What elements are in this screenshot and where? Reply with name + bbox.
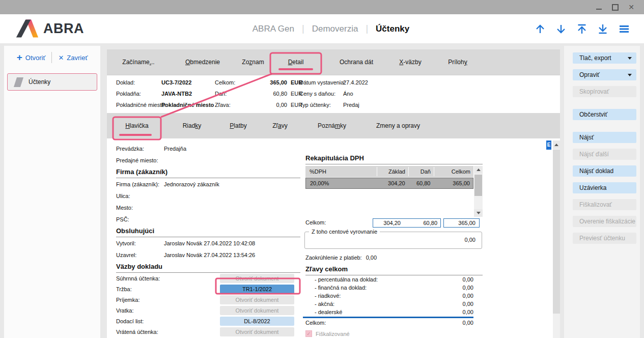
toolbar-divider bbox=[51, 52, 52, 63]
form-left: Prevádzka:PredajňaPredajné miesto:Firma … bbox=[116, 138, 300, 337]
section-title-zlavy-celkom: Zľavy celkom bbox=[305, 265, 483, 275]
main-tab-x-vazby[interactable]: X-väzby bbox=[399, 49, 421, 75]
dph-row-selected[interactable]: 20,00%304,2060,80365,00 bbox=[305, 178, 473, 189]
dph-total-label: Celkom: bbox=[305, 219, 326, 226]
section-title-vazby-dokladu: Väzby dokladu bbox=[116, 262, 300, 273]
discount-value: 0,00 bbox=[463, 285, 473, 291]
arrow-top-icon[interactable] bbox=[576, 23, 588, 35]
arrow-up-icon[interactable] bbox=[534, 23, 546, 35]
dph-scrollbar-thumb[interactable] bbox=[474, 175, 482, 196]
form-scrollbar-thumb[interactable] bbox=[553, 150, 560, 314]
close-button[interactable]: ✕ Zavrieť bbox=[58, 54, 88, 62]
arrow-bottom-icon[interactable] bbox=[597, 23, 609, 35]
vazba-row: Súhrnná účtenka:Otvoriť dokument bbox=[116, 273, 300, 284]
action-button-opravit[interactable]: Opraviť bbox=[573, 69, 636, 80]
info-value: Áno bbox=[343, 90, 353, 98]
main-tab-obmedzenie[interactable]: Obmedzenie bbox=[185, 49, 220, 75]
sub-tab-zmeny-a-opravy[interactable]: Zmeny a opravy bbox=[376, 113, 420, 138]
dph-header-row: %DPHZákladDaňCelkom bbox=[305, 166, 473, 177]
info-value: 60,80 bbox=[243, 90, 287, 98]
action-button-najst[interactable]: Nájsť bbox=[573, 132, 636, 143]
section-title-rekapitulacia-dph: Rekapitulácia DPH bbox=[305, 154, 483, 164]
abra-logo-mark-icon bbox=[15, 19, 39, 38]
field-value: Jaroslav Novák 27.04.2022 10:42:08 bbox=[164, 240, 255, 246]
sub-tab-riadky[interactable]: Riadky bbox=[183, 113, 202, 138]
scroll-up-icon[interactable] bbox=[474, 166, 483, 174]
form-row: PSČ: bbox=[116, 213, 300, 225]
info-label: Celkom: bbox=[215, 79, 235, 87]
arrow-down-icon[interactable] bbox=[555, 23, 567, 35]
vazba-button-trzba[interactable]: TR1-1/2022 bbox=[220, 285, 294, 294]
info-label: Dátum vystavenia: bbox=[299, 79, 345, 87]
vazba-button-prijemka: Otvoriť dokument bbox=[220, 295, 294, 304]
button-label: Opraviť bbox=[579, 71, 600, 78]
dph-total-celkom-box: 365,00 bbox=[443, 218, 480, 228]
dph-total-zaklad: 304,20 bbox=[383, 220, 401, 226]
breadcrumb: ABRA Gen | Demoverzia | Účtenky bbox=[253, 14, 409, 43]
sub-tab-hlavicka[interactable]: Hlavička bbox=[125, 113, 148, 138]
main-tab-prilohy[interactable]: Prílohy bbox=[448, 49, 467, 75]
action-button-najst-dalsi: Nájsť ďalší bbox=[573, 149, 636, 160]
vazba-button-vratka: Otvoriť dokument bbox=[220, 306, 294, 315]
sub-tab-zlavy[interactable]: Zľavy bbox=[272, 113, 288, 138]
field-label: Uzavrel: bbox=[116, 252, 164, 258]
button-label: Fiškalizovať bbox=[579, 201, 612, 208]
button-label: Overenie fiškalizácie bbox=[579, 218, 635, 225]
menu-icon[interactable] bbox=[618, 23, 631, 35]
discount-row: - finančná na doklad:0,00 bbox=[305, 284, 473, 292]
form-scrollbar bbox=[553, 140, 560, 338]
button-label: Previesť účtenku bbox=[579, 235, 625, 242]
dph-total-dan: 60,80 bbox=[423, 220, 437, 226]
button-label: Nájsť doklad bbox=[579, 167, 613, 175]
discount-row: - riadkové:0,00 bbox=[305, 292, 473, 300]
action-button-najst-doklad[interactable]: Nájsť doklad bbox=[573, 165, 636, 177]
form-row: Vytvoril:Jaroslav Novák 27.04.2022 10:42… bbox=[116, 237, 300, 249]
dph-cell: 365,00 bbox=[433, 180, 473, 186]
field-label: Vratka: bbox=[116, 307, 220, 314]
scroll-down-icon[interactable] bbox=[474, 209, 483, 217]
splitter-badge-icon[interactable]: E bbox=[546, 140, 551, 150]
dph-cell: 20,00% bbox=[306, 180, 377, 186]
main-tab-ochrana-dat[interactable]: Ochrana dát bbox=[340, 49, 373, 75]
vazba-button-suhrnna-uctenka: Otvoriť dokument bbox=[220, 274, 294, 283]
minimize-icon[interactable] bbox=[595, 4, 602, 11]
abra-logo-text: ABRA bbox=[43, 21, 84, 37]
form-row: Firma (zákazník):Jednorazový zákazník bbox=[116, 178, 300, 190]
field-value: Jaroslav Novák 27.04.2022 13:54:26 bbox=[164, 252, 255, 258]
field-label: Tržba: bbox=[116, 286, 220, 292]
main-tab-zoznam[interactable]: Zoznam bbox=[242, 49, 264, 75]
cent-rounding-legend: Z toho centové vyrovnanie bbox=[309, 229, 380, 235]
field-label: Vytvoril: bbox=[116, 240, 164, 246]
checkbox-checked-icon bbox=[305, 330, 312, 337]
discount-value: 0,00 bbox=[463, 301, 473, 307]
sub-tab-platby[interactable]: Platby bbox=[230, 113, 246, 138]
cent-rounding-fieldset: Z toho centové vyrovnanie 0,00 bbox=[304, 232, 482, 249]
zlavy-total-value: 0,00 bbox=[463, 320, 473, 326]
sub-tab-poznamky[interactable]: Poznámky bbox=[318, 113, 346, 138]
payment-rounding-row: Zaokrúhlenie z platieb: 0,00 bbox=[305, 254, 483, 261]
maximize-icon[interactable] bbox=[611, 4, 619, 11]
main-tab-bar: Začíname...ObmedzenieZoznamDetailOchrana… bbox=[107, 49, 560, 75]
info-value: Predaj bbox=[343, 101, 359, 109]
info-row: Pokladničné miesto:Pokladničné miestoZľa… bbox=[107, 101, 560, 109]
section-title-firma-zakaznik: Firma (zákazník) bbox=[116, 167, 300, 178]
vazba-row: Príjemka:Otvoriť dokument bbox=[116, 294, 300, 305]
scroll-up-icon[interactable] bbox=[553, 140, 560, 149]
action-button-tlac-export[interactable]: Tlač, export bbox=[573, 52, 636, 64]
close-icon[interactable] bbox=[628, 4, 635, 11]
action-button-obcerstvit[interactable]: Občerstviť bbox=[573, 109, 636, 120]
open-button-label: Otvoriť bbox=[25, 54, 46, 62]
cent-rounding-value: 0,00 bbox=[465, 237, 475, 243]
main-tab-zaciname[interactable]: Začíname... bbox=[122, 49, 154, 75]
action-button-skopirovat: Skopírovať bbox=[573, 86, 636, 97]
field-label: Prevádzka: bbox=[116, 146, 164, 152]
info-label: Doklad: bbox=[116, 79, 135, 87]
app-header: ABRA ABRA Gen | Demoverzia | Účtenky bbox=[0, 14, 644, 43]
vazba-button-dodaci-list[interactable]: DL-8/2022 bbox=[220, 317, 294, 326]
breadcrumb-module: Účtenky bbox=[376, 24, 409, 34]
main-tab-detail[interactable]: Detail bbox=[288, 49, 304, 75]
open-button[interactable]: + Otvoriť bbox=[17, 53, 46, 62]
action-button-uzavierka[interactable]: Uzávierka bbox=[573, 182, 636, 193]
dph-total-base-tax-box: 304,20 60,80 bbox=[373, 218, 441, 228]
sidebar-item-uctenky[interactable]: Účtenky bbox=[7, 73, 97, 91]
